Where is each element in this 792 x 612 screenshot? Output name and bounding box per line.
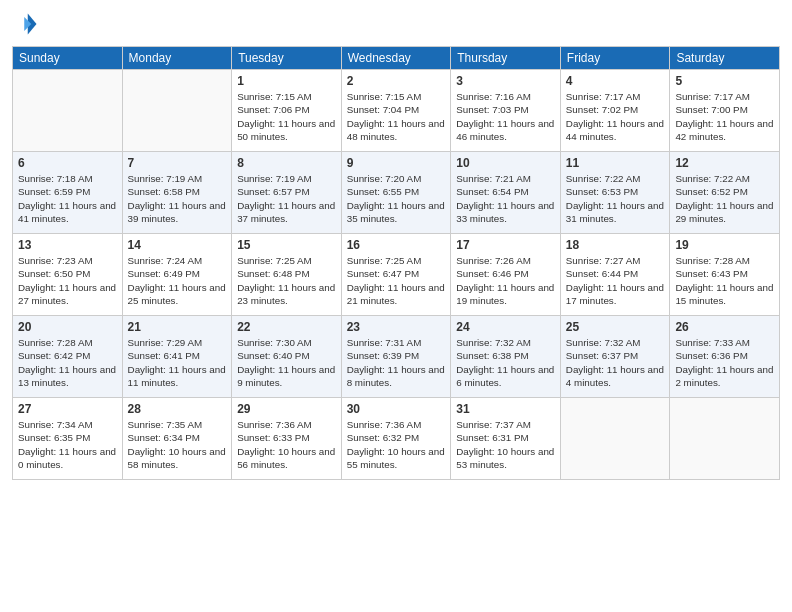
weekday-header-saturday: Saturday [670,47,780,70]
calendar-cell: 3Sunrise: 7:16 AM Sunset: 7:03 PM Daylig… [451,70,561,152]
day-info: Sunrise: 7:16 AM Sunset: 7:03 PM Dayligh… [456,90,555,143]
calendar-week-2: 6Sunrise: 7:18 AM Sunset: 6:59 PM Daylig… [13,152,780,234]
day-number: 1 [237,73,336,89]
calendar-cell: 9Sunrise: 7:20 AM Sunset: 6:55 PM Daylig… [341,152,451,234]
calendar-cell [560,398,670,480]
calendar-week-3: 13Sunrise: 7:23 AM Sunset: 6:50 PM Dayli… [13,234,780,316]
day-info: Sunrise: 7:30 AM Sunset: 6:40 PM Dayligh… [237,336,336,389]
calendar-cell: 6Sunrise: 7:18 AM Sunset: 6:59 PM Daylig… [13,152,123,234]
day-number: 22 [237,319,336,335]
day-number: 28 [128,401,227,417]
weekday-header-monday: Monday [122,47,232,70]
day-number: 31 [456,401,555,417]
calendar-cell [122,70,232,152]
day-info: Sunrise: 7:35 AM Sunset: 6:34 PM Dayligh… [128,418,227,471]
calendar-cell: 31Sunrise: 7:37 AM Sunset: 6:31 PM Dayli… [451,398,561,480]
day-info: Sunrise: 7:24 AM Sunset: 6:49 PM Dayligh… [128,254,227,307]
day-number: 10 [456,155,555,171]
day-info: Sunrise: 7:28 AM Sunset: 6:42 PM Dayligh… [18,336,117,389]
day-info: Sunrise: 7:18 AM Sunset: 6:59 PM Dayligh… [18,172,117,225]
day-number: 16 [347,237,446,253]
calendar-cell: 20Sunrise: 7:28 AM Sunset: 6:42 PM Dayli… [13,316,123,398]
weekday-header-thursday: Thursday [451,47,561,70]
day-number: 15 [237,237,336,253]
day-number: 12 [675,155,774,171]
day-number: 4 [566,73,665,89]
page: SundayMondayTuesdayWednesdayThursdayFrid… [0,0,792,612]
calendar-cell: 23Sunrise: 7:31 AM Sunset: 6:39 PM Dayli… [341,316,451,398]
calendar-header-row: SundayMondayTuesdayWednesdayThursdayFrid… [13,47,780,70]
day-info: Sunrise: 7:15 AM Sunset: 7:04 PM Dayligh… [347,90,446,143]
calendar-cell: 21Sunrise: 7:29 AM Sunset: 6:41 PM Dayli… [122,316,232,398]
weekday-header-friday: Friday [560,47,670,70]
day-number: 5 [675,73,774,89]
day-number: 23 [347,319,446,335]
day-info: Sunrise: 7:15 AM Sunset: 7:06 PM Dayligh… [237,90,336,143]
calendar-cell: 16Sunrise: 7:25 AM Sunset: 6:47 PM Dayli… [341,234,451,316]
day-number: 19 [675,237,774,253]
day-info: Sunrise: 7:19 AM Sunset: 6:57 PM Dayligh… [237,172,336,225]
calendar-week-1: 1Sunrise: 7:15 AM Sunset: 7:06 PM Daylig… [13,70,780,152]
header [12,10,780,38]
day-number: 17 [456,237,555,253]
calendar-week-5: 27Sunrise: 7:34 AM Sunset: 6:35 PM Dayli… [13,398,780,480]
day-number: 9 [347,155,446,171]
day-info: Sunrise: 7:31 AM Sunset: 6:39 PM Dayligh… [347,336,446,389]
calendar-cell: 17Sunrise: 7:26 AM Sunset: 6:46 PM Dayli… [451,234,561,316]
day-info: Sunrise: 7:21 AM Sunset: 6:54 PM Dayligh… [456,172,555,225]
day-info: Sunrise: 7:36 AM Sunset: 6:33 PM Dayligh… [237,418,336,471]
day-info: Sunrise: 7:17 AM Sunset: 7:02 PM Dayligh… [566,90,665,143]
day-info: Sunrise: 7:22 AM Sunset: 6:52 PM Dayligh… [675,172,774,225]
day-info: Sunrise: 7:25 AM Sunset: 6:47 PM Dayligh… [347,254,446,307]
day-info: Sunrise: 7:34 AM Sunset: 6:35 PM Dayligh… [18,418,117,471]
day-number: 6 [18,155,117,171]
calendar-cell: 30Sunrise: 7:36 AM Sunset: 6:32 PM Dayli… [341,398,451,480]
day-info: Sunrise: 7:25 AM Sunset: 6:48 PM Dayligh… [237,254,336,307]
calendar-cell: 4Sunrise: 7:17 AM Sunset: 7:02 PM Daylig… [560,70,670,152]
day-info: Sunrise: 7:27 AM Sunset: 6:44 PM Dayligh… [566,254,665,307]
calendar-table: SundayMondayTuesdayWednesdayThursdayFrid… [12,46,780,480]
calendar-cell: 22Sunrise: 7:30 AM Sunset: 6:40 PM Dayli… [232,316,342,398]
day-number: 25 [566,319,665,335]
day-info: Sunrise: 7:32 AM Sunset: 6:38 PM Dayligh… [456,336,555,389]
day-info: Sunrise: 7:32 AM Sunset: 6:37 PM Dayligh… [566,336,665,389]
calendar-cell: 24Sunrise: 7:32 AM Sunset: 6:38 PM Dayli… [451,316,561,398]
calendar-cell: 18Sunrise: 7:27 AM Sunset: 6:44 PM Dayli… [560,234,670,316]
calendar-cell: 13Sunrise: 7:23 AM Sunset: 6:50 PM Dayli… [13,234,123,316]
logo-icon [12,10,40,38]
calendar-cell: 15Sunrise: 7:25 AM Sunset: 6:48 PM Dayli… [232,234,342,316]
day-number: 11 [566,155,665,171]
calendar-cell: 26Sunrise: 7:33 AM Sunset: 6:36 PM Dayli… [670,316,780,398]
calendar-cell: 14Sunrise: 7:24 AM Sunset: 6:49 PM Dayli… [122,234,232,316]
calendar-cell: 27Sunrise: 7:34 AM Sunset: 6:35 PM Dayli… [13,398,123,480]
calendar-cell: 8Sunrise: 7:19 AM Sunset: 6:57 PM Daylig… [232,152,342,234]
calendar-cell: 11Sunrise: 7:22 AM Sunset: 6:53 PM Dayli… [560,152,670,234]
calendar-cell: 19Sunrise: 7:28 AM Sunset: 6:43 PM Dayli… [670,234,780,316]
day-number: 3 [456,73,555,89]
day-number: 21 [128,319,227,335]
weekday-header-sunday: Sunday [13,47,123,70]
day-info: Sunrise: 7:19 AM Sunset: 6:58 PM Dayligh… [128,172,227,225]
calendar-cell: 1Sunrise: 7:15 AM Sunset: 7:06 PM Daylig… [232,70,342,152]
day-info: Sunrise: 7:23 AM Sunset: 6:50 PM Dayligh… [18,254,117,307]
day-info: Sunrise: 7:36 AM Sunset: 6:32 PM Dayligh… [347,418,446,471]
day-info: Sunrise: 7:29 AM Sunset: 6:41 PM Dayligh… [128,336,227,389]
calendar-cell: 10Sunrise: 7:21 AM Sunset: 6:54 PM Dayli… [451,152,561,234]
day-info: Sunrise: 7:26 AM Sunset: 6:46 PM Dayligh… [456,254,555,307]
day-info: Sunrise: 7:37 AM Sunset: 6:31 PM Dayligh… [456,418,555,471]
calendar-cell: 28Sunrise: 7:35 AM Sunset: 6:34 PM Dayli… [122,398,232,480]
day-number: 20 [18,319,117,335]
calendar-cell: 5Sunrise: 7:17 AM Sunset: 7:00 PM Daylig… [670,70,780,152]
calendar-cell: 7Sunrise: 7:19 AM Sunset: 6:58 PM Daylig… [122,152,232,234]
calendar-cell: 12Sunrise: 7:22 AM Sunset: 6:52 PM Dayli… [670,152,780,234]
day-number: 14 [128,237,227,253]
calendar-cell: 2Sunrise: 7:15 AM Sunset: 7:04 PM Daylig… [341,70,451,152]
day-info: Sunrise: 7:33 AM Sunset: 6:36 PM Dayligh… [675,336,774,389]
calendar-cell: 25Sunrise: 7:32 AM Sunset: 6:37 PM Dayli… [560,316,670,398]
day-number: 8 [237,155,336,171]
logo [12,10,44,38]
day-number: 27 [18,401,117,417]
day-number: 2 [347,73,446,89]
day-number: 24 [456,319,555,335]
day-number: 29 [237,401,336,417]
